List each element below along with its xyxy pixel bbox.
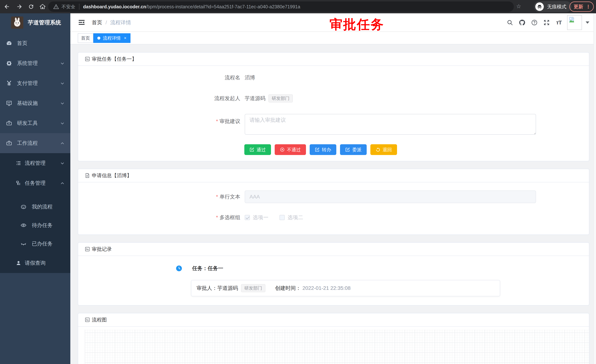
edit-icon: [345, 147, 350, 152]
document-icon: [85, 173, 90, 178]
breadcrumb-separator: /: [105, 20, 107, 26]
card-title: 流程图: [92, 313, 107, 326]
text-field-row: *单行文本: [78, 190, 589, 203]
back-icon: [4, 3, 10, 10]
browser-home-button[interactable]: [38, 3, 47, 11]
single-line-text-input: [245, 190, 536, 203]
card-body: 任务：任务一 审批人： 芋道源码 研发部门 创建时间： 2022-01-21 2…: [78, 256, 589, 296]
required-asterisk: *: [216, 215, 218, 220]
broken-image-icon: [568, 16, 575, 23]
app-logo-row[interactable]: 芋道管理系统: [0, 13, 70, 32]
sidebar-item-label: 研发工具: [17, 120, 38, 127]
avatar-caret-icon[interactable]: [586, 22, 589, 24]
checkbox-group-row: *多选框组 选项一 选项二: [78, 211, 589, 223]
sidebar-item-label: 我的流程: [32, 203, 52, 210]
app-root: 不安全 dashboard.yudao.iocoder.cn/bpm/proce…: [0, 0, 596, 364]
sidebar-item-devtools[interactable]: 研发工具: [0, 113, 70, 133]
required-asterisk: *: [216, 194, 218, 200]
address-bar[interactable]: 不安全 dashboard.yudao.iocoder.cn/bpm/proce…: [48, 1, 514, 12]
chevron-down-icon: [60, 121, 64, 125]
browser-update-button[interactable]: 更新 ⋮: [569, 1, 594, 12]
delegate-button[interactable]: 委派: [340, 144, 367, 155]
eye-closed-icon: [20, 241, 27, 247]
sidebar-item-home[interactable]: 首页: [0, 33, 70, 53]
chevron-down-icon: [60, 61, 64, 66]
transfer-button[interactable]: 转办: [310, 144, 336, 155]
chart-picture-icon: [85, 317, 90, 322]
button-label: 不通过: [287, 147, 301, 153]
sidebar-collapse-icon[interactable]: [78, 19, 86, 26]
sidebar-item-my-process[interactable]: 我的流程: [0, 197, 70, 216]
briefcase-icon: [6, 140, 12, 146]
browser-reload-button[interactable]: [27, 3, 35, 11]
browser-forward-button[interactable]: [15, 3, 23, 11]
card-body: [78, 327, 589, 364]
scrollbar-track[interactable]: [593, 13, 596, 364]
bpmn-canvas[interactable]: [85, 330, 589, 364]
sidebar-item-done-tasks[interactable]: 已办任务: [0, 234, 70, 253]
checkbox-option1: [245, 215, 250, 220]
sidebar-item-label: 系统管理: [17, 60, 38, 67]
sidebar-item-label: 基础设施: [17, 100, 38, 107]
help-button[interactable]: [528, 13, 540, 32]
card-title: 申请信息【滔博】: [92, 169, 132, 182]
sidebar-item-system[interactable]: 系统管理: [0, 53, 70, 73]
org-tree-icon: [15, 180, 22, 186]
sidebar-item-workflow[interactable]: 工作流程: [0, 133, 70, 153]
close-tab-icon[interactable]: ×: [124, 36, 127, 40]
list-tree-icon: [15, 160, 22, 166]
checkbox-option1-label: 选项一: [253, 214, 268, 221]
app-title: 芋道管理系统: [28, 19, 61, 26]
initiator-label: 流程发起人: [78, 95, 245, 102]
approver-name: 芋道源码: [217, 285, 238, 292]
sidebar-item-todo-tasks[interactable]: 待办任务: [0, 216, 70, 234]
fullscreen-button[interactable]: [540, 13, 553, 32]
sidebar-item-label: 首页: [17, 40, 27, 47]
sidebar-item-infrastructure[interactable]: 基础设施: [0, 93, 70, 113]
card-header: 申请信息【滔博】: [78, 169, 589, 182]
font-size-button[interactable]: тT: [553, 13, 565, 32]
screenshot-annotation: 审批任务: [329, 16, 384, 33]
tags-view-bar: 首页 流程详情 ×: [70, 32, 596, 44]
font-size-icon: тT: [556, 19, 561, 26]
created-value: 2022-01-21 22:35:08: [302, 285, 350, 291]
sidebar-item-label: 待办任务: [32, 222, 52, 229]
reject-button[interactable]: 不通过: [275, 144, 306, 155]
sidebar-item-leave-query[interactable]: 请假查询: [0, 253, 70, 273]
user-avatar[interactable]: [567, 15, 582, 30]
sidebar-item-task-management[interactable]: 任务管理: [0, 173, 70, 193]
navbar-actions: тT: [504, 13, 589, 32]
clock-timeline-icon: [176, 265, 182, 271]
process-name-value: 滔博: [245, 74, 255, 81]
picture-icon: [85, 247, 90, 252]
tab-process-detail[interactable]: 流程详情 ×: [93, 33, 130, 43]
breadcrumb-home[interactable]: 首页: [92, 19, 102, 26]
browser-back-button[interactable]: [3, 3, 11, 11]
sidebar-item-label: 请假查询: [25, 260, 45, 267]
sidebar-item-process-management[interactable]: 流程管理: [0, 153, 70, 173]
bookmark-star-icon[interactable]: ☆: [516, 3, 521, 9]
sidebar: 芋道管理系统 首页 系统管理 支付管理 基础设施: [0, 13, 70, 364]
return-button[interactable]: 退回: [370, 144, 397, 155]
sidebar-menu: 首页 系统管理 支付管理 基础设施 研发工具: [0, 32, 70, 273]
search-button[interactable]: [504, 13, 516, 32]
sidebar-item-payment[interactable]: 支付管理: [0, 73, 70, 93]
chevron-up-icon: [60, 181, 64, 185]
face-icon: [20, 204, 27, 210]
security-label: 不安全: [61, 4, 75, 10]
question-circle-icon: [531, 19, 538, 26]
timeline-item: 任务：任务一: [78, 256, 589, 272]
tab-label: 首页: [81, 35, 90, 41]
suggestion-textarea[interactable]: [245, 114, 536, 135]
tab-home[interactable]: 首页: [78, 33, 93, 43]
forward-icon: [16, 3, 22, 10]
not-secure-warning-icon: [53, 4, 59, 9]
github-button[interactable]: [516, 13, 528, 32]
task-submenu: 我的流程 待办任务 已办任务: [0, 193, 70, 253]
browser-toolbar: 不安全 dashboard.yudao.iocoder.cn/bpm/proce…: [0, 0, 596, 13]
approver-label: 审批人：: [197, 285, 217, 292]
created-label: 创建时间：: [275, 285, 301, 292]
suggestion-label: 审批建议: [220, 118, 240, 124]
approve-button[interactable]: 通过: [244, 144, 271, 155]
browser-menu-icon[interactable]: ⋮: [586, 4, 591, 10]
